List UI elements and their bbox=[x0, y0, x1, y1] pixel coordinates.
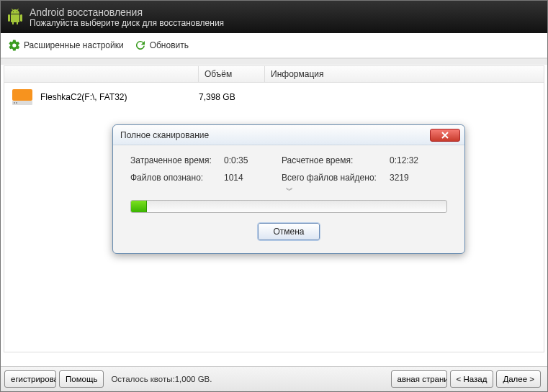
next-button[interactable]: Далее > bbox=[496, 370, 541, 388]
table-header: Объём Информация bbox=[4, 65, 544, 83]
drive-icon bbox=[12, 88, 33, 106]
main-page-button[interactable]: авная страни bbox=[391, 370, 447, 388]
refresh-button[interactable]: Обновить bbox=[134, 39, 189, 52]
advanced-settings-label: Расширенные настройки bbox=[24, 40, 124, 50]
close-icon bbox=[441, 132, 449, 139]
close-button[interactable] bbox=[430, 129, 460, 142]
toolbar: Расширенные настройки Обновить bbox=[1, 33, 547, 58]
estimated-value: 0:12:32 bbox=[390, 155, 447, 165]
estimated-label: Расчетное время: bbox=[282, 155, 390, 165]
back-button[interactable]: < Назад bbox=[450, 370, 494, 388]
dialog-titlebar[interactable]: Полное сканирование bbox=[113, 125, 464, 145]
cancel-button[interactable]: Отмена bbox=[258, 223, 319, 240]
drive-row[interactable]: FleshkaC2(F:\, FAT32) 7,398 GB bbox=[4, 83, 544, 111]
chevron-down-icon[interactable]: ︾ bbox=[130, 186, 447, 196]
dialog-title: Полное сканирование bbox=[120, 130, 209, 140]
svg-rect-0 bbox=[12, 89, 32, 101]
progress-fill bbox=[131, 201, 147, 212]
col-name bbox=[4, 66, 199, 82]
scan-dialog: Полное сканирование Затраченное время: 0… bbox=[112, 124, 465, 254]
window-title: Android восстановления bbox=[30, 6, 224, 18]
drive-name: FleshkaC2(F:\, FAT32) bbox=[40, 92, 199, 102]
elapsed-label: Затраченное время: bbox=[130, 155, 224, 165]
window-subtitle: Пожалуйста выберите диск для восстановле… bbox=[30, 18, 224, 28]
svg-rect-2 bbox=[14, 102, 15, 104]
gear-icon bbox=[8, 39, 21, 52]
quota-text: Осталось квоты:1,000 GB. bbox=[111, 375, 212, 383]
recognized-value: 1014 bbox=[224, 173, 282, 183]
found-value: 3219 bbox=[390, 173, 447, 183]
refresh-icon bbox=[134, 39, 147, 52]
help-button[interactable]: Помощь bbox=[59, 370, 104, 388]
col-volume: Объём bbox=[199, 66, 265, 82]
svg-rect-1 bbox=[12, 101, 32, 105]
footer: егистрирова Помощь Осталось квоты:1,000 … bbox=[1, 366, 547, 391]
progress-bar bbox=[130, 200, 447, 213]
found-label: Всего файлов найдено: bbox=[282, 173, 390, 183]
svg-rect-3 bbox=[16, 102, 17, 104]
col-info: Информация bbox=[265, 66, 544, 82]
drive-volume: 7,398 GB bbox=[199, 92, 265, 102]
header: Android восстановления Пожалуйста выбери… bbox=[1, 1, 547, 33]
recognized-label: Файлов опознано: bbox=[130, 173, 224, 183]
android-icon bbox=[6, 7, 24, 27]
refresh-label: Обновить bbox=[150, 40, 189, 50]
advanced-settings-button[interactable]: Расширенные настройки bbox=[8, 39, 124, 52]
elapsed-value: 0:0:35 bbox=[224, 155, 282, 165]
register-button[interactable]: егистрирова bbox=[4, 370, 56, 388]
